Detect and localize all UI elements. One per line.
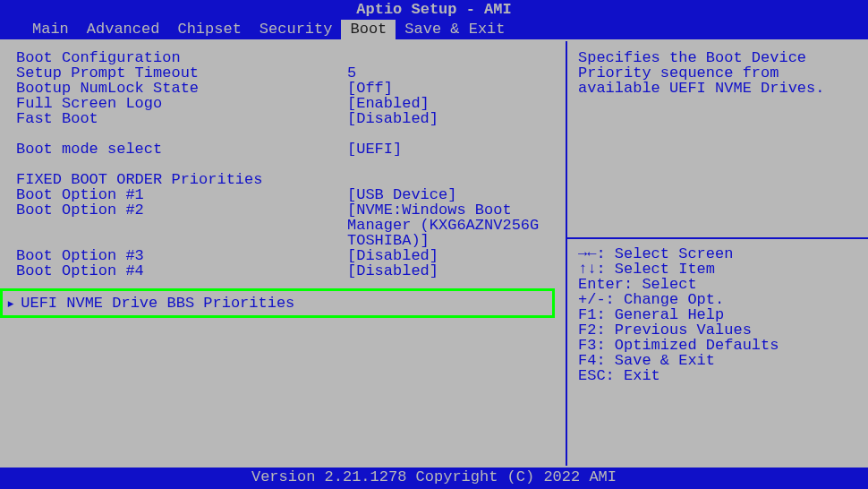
setting-label: Boot Option #1 [16,187,347,202]
key-hint-enter: Enter: Select [578,277,857,292]
setting-boot-option-2[interactable]: Boot Option #2 [NVME:Windows Boot Manage… [16,202,555,248]
setting-label: Boot mode select [16,142,347,157]
key-hint-save-exit: F4: Save & Exit [578,353,857,368]
setting-value: [NVME:Windows Boot Manager (KXG6AZNV256G… [347,202,555,248]
setting-label: Fast Boot [16,111,347,126]
menu-bar: Main Advanced Chipset Security Boot Save… [0,20,868,39]
key-hint-select-screen: →←: Select Screen [578,246,857,262]
panel-divider [567,237,868,239]
setting-label: Setup Prompt Timeout [16,65,347,81]
key-hint-esc: ESC: Exit [578,368,857,383]
submenu-label: UEFI NVME Drive BBS Priorities [21,295,294,312]
setting-boot-option-1[interactable]: Boot Option #1 [USB Device] [16,187,555,202]
setting-value: [Enabled] [347,96,555,111]
key-hint-optimized-defaults: F3: Optimized Defaults [578,338,857,353]
bios-setup-screen: Aptio Setup - AMI Main Advanced Chipset … [0,0,868,489]
key-hint-select-item: ↑↓: Select Item [578,262,857,277]
setting-bootup-numlock[interactable]: Bootup NumLock State [Off] [16,81,555,96]
menu-main[interactable]: Main [23,20,78,39]
setting-value: [Disabled] [347,111,555,126]
menu-boot[interactable]: Boot [341,20,396,39]
setting-fast-boot[interactable]: Fast Boot [Disabled] [16,111,555,126]
submenu-uefi-nvme-drive-bbs[interactable]: ▸ UEFI NVME Drive BBS Priorities [0,288,555,318]
menu-save-exit[interactable]: Save & Exit [396,20,514,39]
footer-bar: Version 2.21.1278 Copyright (C) 2022 AMI [0,468,868,487]
setting-label: Boot Option #3 [16,248,347,263]
setting-value: [Off] [347,81,555,96]
setting-value: [Disabled] [347,248,555,263]
content-area: Boot Configuration Setup Prompt Timeout … [0,39,868,468]
version-info: Version 2.21.1278 Copyright (C) 2022 AMI [251,468,617,485]
help-description: Specifies the Boot Device Priority seque… [578,50,857,96]
setting-full-screen-logo[interactable]: Full Screen Logo [Enabled] [16,96,555,111]
setting-label: Boot Option #2 [16,202,347,248]
setting-value: [USB Device] [347,187,555,202]
menu-advanced[interactable]: Advanced [78,20,169,39]
key-hint-previous-values: F2: Previous Values [578,322,857,338]
app-title: Aptio Setup - AMI [356,1,511,18]
setting-boot-option-3[interactable]: Boot Option #3 [Disabled] [16,248,555,263]
help-panel: Specifies the Boot Device Priority seque… [566,41,868,466]
setting-label: Full Screen Logo [16,96,347,111]
setting-value: [UEFI] [347,142,555,157]
setting-boot-option-4[interactable]: Boot Option #4 [Disabled] [16,263,555,279]
submenu-arrow-icon: ▸ [6,294,15,313]
menu-chipset[interactable]: Chipset [168,20,250,39]
setting-value: 5 [347,65,555,81]
title-bar: Aptio Setup - AMI [0,0,868,20]
setting-label: Boot Option #4 [16,263,347,279]
setting-value: [Disabled] [347,263,555,279]
menu-security[interactable]: Security [251,20,342,39]
fixed-boot-order-header: FIXED BOOT ORDER Priorities [16,172,555,187]
key-hint-change-opt: +/-: Change Opt. [578,292,857,307]
setting-setup-prompt-timeout[interactable]: Setup Prompt Timeout 5 [16,65,555,81]
setting-boot-mode-select[interactable]: Boot mode select [UEFI] [16,142,555,157]
settings-panel: Boot Configuration Setup Prompt Timeout … [0,41,566,466]
boot-config-header: Boot Configuration [16,50,555,65]
key-hint-general-help: F1: General Help [578,307,857,322]
setting-label: Bootup NumLock State [16,81,347,96]
